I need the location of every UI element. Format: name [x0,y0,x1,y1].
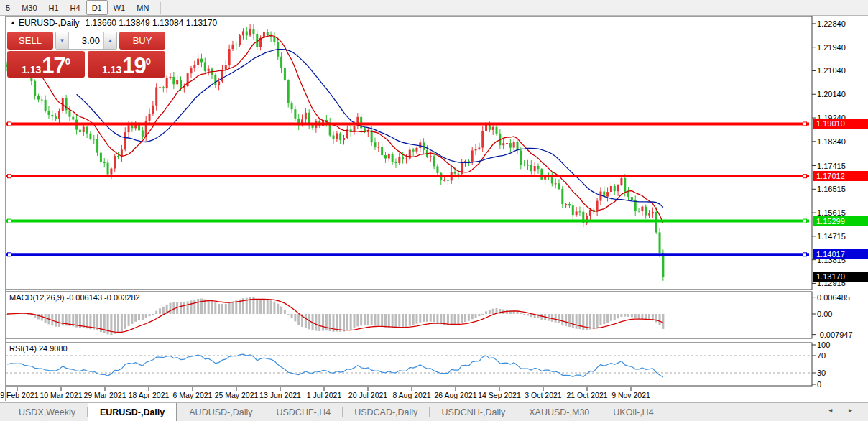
date-axis-label: 14 Sep 2021 [478,391,521,399]
date-axis-label: 8 Aug 2021 [392,391,430,399]
price-axis-label: 1.20140 [817,90,866,98]
indicator-axis-label: 0.006485 [817,293,866,302]
indicator-axis-label: 70 [817,351,866,360]
date-axis-label: 1 Jul 2021 [307,391,341,399]
ohlc-values: 1.13660 1.13849 1.13084 1.13170 [86,18,218,28]
price-axis-label: 1.18340 [817,137,866,146]
line-handle[interactable] [8,175,11,178]
price-axis-label: 1.21040 [817,66,866,75]
symbol-period-label: EURUSD-,Daily [19,18,80,28]
symbol-tab-ukoil-[interactable]: UKOil-,H4 [601,403,665,421]
indicator-axis-label: 30 [817,369,866,377]
date-axis-label: 20 Jul 2021 [348,391,387,399]
symbol-tab-usdcad-[interactable]: USDCAD-,Daily [343,403,429,421]
price-level-badge: 1.17012 [813,171,868,181]
symbol-tab-audusd-[interactable]: AUDUSD-,Daily [177,403,264,421]
price-axis-label: 1.16515 [817,185,866,193]
price-level-badge: 1.15299 [813,216,868,226]
price-axis-label: 1.21940 [817,43,866,52]
line-handle[interactable] [803,253,807,256]
buy-price-tile[interactable]: 1.13190 [88,51,165,78]
collapse-arrow-icon[interactable]: ▲ [10,19,16,26]
indicator-axis-label: 0.00 [817,310,866,318]
one-click-trading-panel: SELL ▼ 3.00 ▲ BUY 1.13170 1.13190 [7,32,165,78]
sell-price-pips: 17 [42,55,65,76]
buy-price-base: 1.13 [102,64,121,76]
line-handle[interactable] [803,122,807,126]
sell-price-tile[interactable]: 1.13170 [7,51,85,78]
chart-title: ▲EURUSD-,Daily1.13660 1.13849 1.13084 1.… [10,18,217,28]
line-handle[interactable] [803,219,807,223]
price-axis-label: 1.14715 [817,232,866,241]
date-axis-label: 6 May 2021 [173,391,213,399]
indicator-axis-label: 0 [817,380,866,389]
price-axis-label: 1.22840 [817,19,866,28]
price-level-badge: 1.13170 [813,272,868,282]
rsi-label: RSI(14) 24.9080 [9,344,68,353]
macd-label: MACD(12,26,9) -0.006143 -0.003282 [9,293,140,302]
symbol-tab-usdx[interactable]: USDX,Weekly [7,403,87,421]
volume-spinner: ▼ 3.00 ▲ [55,32,117,50]
symbol-tab-bar: USDX,WeeklyEURUSD-,DailyAUDUSD-,DailyUSD… [0,402,868,421]
date-axis-label: 3 Oct 2021 [525,391,561,399]
line-handle[interactable] [803,175,807,178]
symbol-tab-usdcnh-[interactable]: USDCNH-,Daily [430,403,517,421]
date-axis-label: 19 Feb 2021 [0,391,38,399]
date-axis-label: 13 Jun 2021 [259,391,301,399]
trading-terminal-window: 5M30H1H4D1W1MN ▲EURUSD-,Daily1.13660 1.1… [0,0,868,421]
volume-decrease-icon[interactable]: ▼ [56,32,69,49]
date-axis-label: 25 May 2021 [215,391,259,399]
price-level-badge: 1.19010 [813,119,868,129]
line-handle[interactable] [8,253,11,256]
sell-button[interactable]: SELL [7,32,53,50]
line-handle[interactable] [8,122,11,126]
date-axis-label: 9 Nov 2021 [611,391,650,399]
price-level-badge: 1.14017 [813,249,868,259]
date-axis-label: 26 Aug 2021 [435,391,477,399]
line-handle[interactable] [8,219,11,223]
tab-scroll-arrows[interactable]: ◂ ▸ [828,406,859,414]
symbol-tab-eurusd-[interactable]: EURUSD-,Daily [88,403,177,421]
volume-increase-icon[interactable]: ▲ [103,32,116,49]
indicator-axis-label: -0.007947 [817,330,866,339]
date-axis-label: 10 Mar 2021 [40,391,83,399]
date-axis-label: 21 Oct 2021 [566,391,607,399]
symbol-tab-xauusd-[interactable]: XAUUSD-,M30 [517,403,601,421]
buy-button[interactable]: BUY [119,32,165,50]
buy-price-pipette: 0 [146,51,151,73]
volume-input[interactable]: 3.00 [69,32,103,49]
sell-price-pipette: 0 [65,51,70,73]
symbol-tab-usdchf-[interactable]: USDCHF-,H4 [264,403,342,421]
price-axis-label: 1.17415 [817,162,866,170]
sell-price-base: 1.13 [22,64,41,76]
date-axis-label: 18 Apr 2021 [129,391,170,399]
indicator-axis-label: 100 [817,341,866,349]
date-axis-label: 29 Mar 2021 [84,391,126,399]
symbol-tabs: USDX,WeeklyEURUSD-,DailyAUDUSD-,DailyUSD… [7,403,665,421]
buy-price-pips: 19 [122,55,145,76]
